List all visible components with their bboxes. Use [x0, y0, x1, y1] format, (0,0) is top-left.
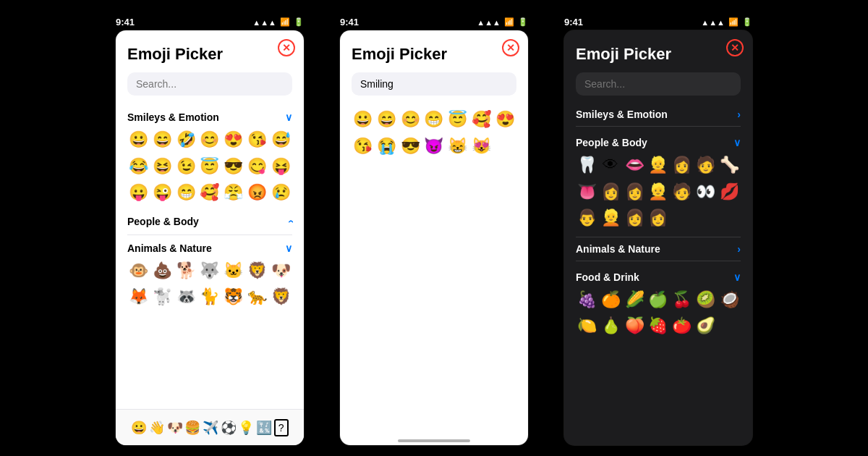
emoji-cell[interactable]: 🥑	[694, 313, 717, 339]
emoji-cell[interactable]: 🥝	[694, 287, 717, 313]
emoji-cell[interactable]: 🦁	[246, 258, 268, 284]
emoji-cell[interactable]: 🐺	[199, 258, 221, 284]
emoji-cell[interactable]: 😁	[175, 180, 197, 206]
emoji-cell[interactable]: 😍	[222, 127, 244, 153]
emoji-cell[interactable]: 😋	[246, 154, 268, 180]
emoji-cell[interactable]: 😻	[470, 134, 493, 159]
category-people-1[interactable]: People & Body ›	[127, 211, 292, 232]
close-button-2[interactable]: ✕	[502, 39, 519, 56]
emoji-cell[interactable]: 🍅	[671, 313, 693, 339]
search-input-1[interactable]	[127, 72, 292, 96]
tab-symbol-1[interactable]: 🔣	[256, 420, 272, 436]
emoji-cell[interactable]: 😊	[399, 107, 422, 132]
emoji-cell[interactable]: 😅	[270, 127, 292, 153]
emoji-cell[interactable]: 😈	[423, 134, 446, 159]
close-button-1[interactable]: ✕	[278, 39, 295, 56]
tab-object-1[interactable]: 💡	[238, 420, 254, 436]
search-input-2[interactable]	[352, 72, 516, 96]
tab-people-1[interactable]: 👋	[149, 420, 165, 436]
emoji-cell[interactable]: 😍	[494, 107, 516, 132]
category-food-3[interactable]: Food & Drink ∨	[576, 267, 741, 287]
tab-food-1[interactable]: 🍔	[184, 420, 200, 436]
emoji-cell[interactable]: 🧑	[671, 180, 693, 205]
emoji-cell[interactable]: 👀	[694, 180, 717, 205]
emoji-cell[interactable]: 🥰	[199, 180, 221, 206]
emoji-cell[interactable]: 😇	[446, 107, 469, 132]
emoji-cell[interactable]: 😄	[375, 107, 398, 132]
emoji-cell[interactable]: 🍊	[600, 287, 622, 313]
emoji-cell[interactable]: 😇	[199, 154, 221, 180]
emoji-cell[interactable]: 😉	[175, 154, 197, 180]
emoji-cell[interactable]: 🐕	[175, 258, 197, 284]
emoji-cell[interactable]: 🍓	[647, 313, 670, 339]
close-button-3[interactable]: ✕	[726, 39, 744, 56]
tab-question-1[interactable]: ?	[274, 419, 289, 436]
emoji-cell[interactable]: 👅	[576, 180, 598, 205]
tab-activity-1[interactable]: ⚽	[221, 420, 237, 436]
emoji-cell[interactable]: 👩	[600, 180, 622, 205]
emoji-cell[interactable]: 👱	[647, 180, 670, 205]
emoji-cell[interactable]: 🦝	[175, 284, 197, 310]
emoji-cell[interactable]: 😤	[222, 180, 244, 206]
category-animals-1[interactable]: Animals & Nature ∨	[127, 238, 292, 258]
emoji-cell[interactable]: 😘	[246, 127, 268, 153]
emoji-cell[interactable]: 🦷	[576, 153, 598, 178]
search-input-3[interactable]	[576, 72, 741, 96]
emoji-cell[interactable]: 😘	[352, 134, 374, 159]
category-animals-3[interactable]: Animals & Nature ›	[576, 237, 741, 261]
emoji-cell[interactable]: 😀	[127, 127, 150, 153]
emoji-cell[interactable]: 🦁	[270, 284, 292, 310]
emoji-cell[interactable]: 👩	[624, 206, 646, 231]
emoji-cell[interactable]: 🐵	[127, 258, 150, 284]
emoji-cell[interactable]: 🐈	[199, 284, 221, 310]
emoji-cell[interactable]: 🍏	[647, 287, 670, 313]
tab-emoji-1[interactable]: 😀	[131, 420, 147, 436]
emoji-cell[interactable]: 😭	[375, 134, 398, 159]
emoji-cell[interactable]: 👱	[647, 153, 670, 178]
emoji-cell[interactable]: 😂	[127, 154, 150, 180]
emoji-cell[interactable]: 😜	[151, 180, 174, 206]
emoji-cell[interactable]: 😛	[127, 180, 150, 206]
emoji-cell[interactable]: 👩	[671, 153, 693, 178]
emoji-cell[interactable]: 😝	[270, 154, 292, 180]
emoji-cell[interactable]: 🐆	[246, 284, 268, 310]
emoji-cell[interactable]: 🤣	[175, 127, 197, 153]
emoji-cell[interactable]: 🐯	[222, 284, 244, 310]
category-smileys-3[interactable]: Smileys & Emotion ›	[576, 104, 741, 127]
tab-animal-1[interactable]: 🐶	[167, 420, 183, 436]
emoji-cell[interactable]: 💩	[151, 258, 174, 284]
emoji-cell[interactable]: 😎	[399, 134, 422, 159]
emoji-cell[interactable]: 👱	[600, 206, 622, 231]
emoji-cell[interactable]: 👩	[647, 206, 670, 231]
emoji-cell[interactable]: 🦊	[127, 284, 150, 310]
emoji-cell[interactable]: 👩	[624, 180, 646, 205]
emoji-cell[interactable]: 😁	[423, 107, 446, 132]
category-smileys-1[interactable]: Smileys & Emotion ∨	[127, 107, 292, 127]
emoji-cell[interactable]: 💋	[718, 180, 741, 205]
emoji-cell[interactable]: 🦴	[718, 153, 741, 178]
emoji-cell[interactable]: 🥥	[718, 287, 741, 313]
emoji-cell[interactable]: 😎	[222, 154, 244, 180]
emoji-cell[interactable]: 🍋	[576, 313, 598, 339]
emoji-cell[interactable]: 👁	[600, 153, 622, 178]
emoji-cell[interactable]: 😡	[246, 180, 268, 206]
emoji-cell[interactable]: 😸	[446, 134, 469, 159]
emoji-cell[interactable]: 🧑	[694, 153, 717, 178]
emoji-cell[interactable]: 🍒	[671, 287, 693, 313]
emoji-cell[interactable]: 😄	[151, 127, 174, 153]
emoji-cell[interactable]: 🐩	[151, 284, 174, 310]
emoji-cell[interactable]: 👄	[624, 153, 646, 178]
tab-travel-1[interactable]: ✈️	[203, 420, 218, 436]
emoji-cell[interactable]: 🍑	[624, 313, 646, 339]
emoji-cell[interactable]: 😊	[199, 127, 221, 153]
emoji-cell[interactable]: 😀	[352, 107, 374, 132]
emoji-cell[interactable]: 🥰	[470, 107, 493, 132]
emoji-cell[interactable]: 🍇	[576, 287, 598, 313]
emoji-cell[interactable]: 🍐	[600, 313, 622, 339]
emoji-cell[interactable]: 😢	[270, 180, 292, 206]
emoji-cell[interactable]: 🐶	[270, 258, 292, 284]
emoji-cell[interactable]: 🌽	[624, 287, 646, 313]
emoji-cell[interactable]: 🐱	[222, 258, 244, 284]
category-people-3[interactable]: People & Body ∨	[576, 132, 741, 153]
emoji-cell[interactable]: 😆	[151, 154, 174, 180]
